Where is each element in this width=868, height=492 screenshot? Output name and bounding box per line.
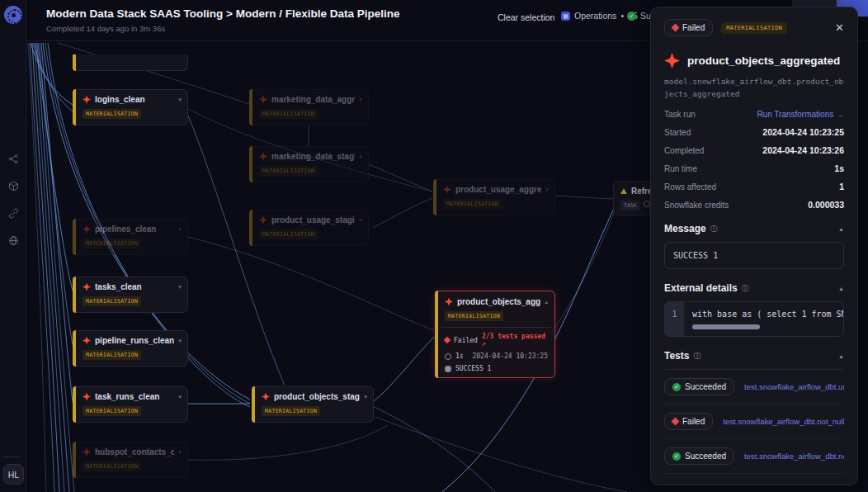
chevron-down-icon[interactable]: ▾	[364, 394, 367, 400]
dbt-icon	[83, 283, 91, 291]
node-card-partial[interactable]	[73, 54, 188, 71]
app-root: HL Modern Data Stack SAAS Tooling > Mode…	[0, 0, 868, 492]
model-path: model.snowflake_airflow_dbt.product_obje…	[664, 76, 844, 100]
successful-label-partial: Su	[640, 11, 651, 21]
node-type-badge: MATERIALISATION	[83, 296, 141, 306]
section-title: External details	[664, 282, 738, 294]
node-type-badge: TASK	[620, 201, 640, 211]
test-link[interactable]: test.snowflake_airflow_dbt.not_null_pr	[723, 417, 844, 426]
chevron-down-icon[interactable]: ▾	[178, 284, 182, 291]
node-label: pipeline_runs_clean	[95, 336, 174, 345]
dbt-icon	[262, 393, 270, 401]
succeeded-check-icon: ✓	[672, 452, 681, 461]
detail-label: Rows affected	[664, 182, 716, 192]
tests-section-heading: Tests ⓘ ▲	[664, 350, 844, 362]
successful-filter[interactable]: ✓ Su	[627, 11, 651, 21]
operations-filter[interactable]: ▦ Operations • 35	[561, 11, 638, 21]
collapse-icon[interactable]: ▲	[838, 353, 844, 359]
node-product-objects-staging[interactable]: product_objects_staging▾ MATERIALISATION	[252, 386, 374, 423]
tests-summary-link[interactable]: 2/3 tests passed ↗	[482, 333, 548, 348]
link-icon[interactable]	[8, 208, 19, 219]
node-hubspot-contacts-clean[interactable]: hubspot_contacts_clean▾ MATERIALISATION	[73, 442, 188, 478]
chevron-down-icon[interactable]: ▾	[359, 217, 362, 224]
detail-value: 0.000033	[808, 200, 844, 210]
detail-row: Rows affected1	[664, 182, 844, 192]
node-label: task_runs_clean	[95, 392, 174, 401]
message-section-heading: Message ⓘ ▲	[664, 223, 844, 234]
node-tasks-clean[interactable]: tasks_clean▾ MATERIALISATION	[73, 277, 188, 313]
node-logins-clean[interactable]: logins_clean▾ MATERIALISATION	[73, 89, 188, 125]
node-label: marketing_data_staging	[271, 152, 355, 161]
node-label: pipelines_clean	[95, 225, 174, 234]
test-status-label: Succeeded	[685, 452, 726, 461]
node-type-badge: MATERIALISATION	[83, 461, 141, 471]
node-type-badge: MATERIALISATION	[259, 109, 318, 119]
chevron-down-icon[interactable]: ▾	[545, 187, 549, 193]
dbt-icon	[259, 153, 267, 161]
node-pipeline-runs-clean[interactable]: pipeline_runs_clean▾ MATERIALISATION	[73, 330, 188, 367]
dbt-icon	[445, 298, 453, 306]
node-type-badge: MATERIALISATION	[259, 166, 318, 176]
node-runtime: 1s	[455, 352, 464, 360]
detail-value: 1	[839, 182, 844, 192]
chevron-down-icon[interactable]: ▾	[178, 449, 182, 456]
chevron-down-icon[interactable]: ▾	[178, 338, 182, 344]
dbt-icon	[83, 448, 91, 457]
details-list: Task runRun Transformations → Started202…	[664, 110, 844, 210]
chevron-down-icon[interactable]: ▾	[359, 97, 362, 103]
task-status-icon	[644, 201, 650, 207]
pipeline-graph-icon[interactable]	[8, 154, 19, 164]
detail-row: Snowflake credits0.000033	[664, 200, 844, 210]
detail-label: Task run	[664, 110, 696, 119]
node-label: marketing_data_aggregated	[271, 95, 355, 104]
run-status-subtitle: Completed 14 days ago in 3m 36s	[46, 24, 165, 33]
node-label: hubspot_contacts_clean	[95, 447, 174, 457]
node-type-badge: MATERIALISATION	[445, 311, 503, 321]
test-link[interactable]: test.snowflake_airflow_dbt.not_null_pr	[744, 452, 844, 461]
close-icon[interactable]: ✕	[835, 21, 844, 34]
node-label: product_objects_staging	[274, 392, 360, 401]
detail-value: 2024-04-24 10:23:25	[762, 127, 844, 137]
node-label: product_usage_staging	[271, 215, 355, 225]
run-transformations-link[interactable]: Run Transformations →	[757, 110, 844, 119]
node-product-objects-aggregated-selected[interactable]: product_objects_aggregated▴ MATERIALISAT…	[435, 291, 555, 378]
node-task-runs-clean[interactable]: task_runs_clean▾ MATERIALISATION	[73, 386, 188, 423]
gear-icon	[445, 366, 451, 372]
status-badge-label: Failed	[682, 23, 705, 32]
info-icon: ⓘ	[710, 224, 718, 234]
globe-icon[interactable]	[8, 235, 19, 246]
chevron-down-icon[interactable]: ▾	[178, 394, 182, 400]
info-icon: ⓘ	[742, 283, 749, 294]
chevron-down-icon[interactable]: ▾	[178, 97, 182, 103]
node-pipelines-clean[interactable]: pipelines_clean▾ MATERIALISATION	[73, 219, 188, 255]
collapse-icon[interactable]: ▲	[838, 286, 844, 291]
test-link[interactable]: test.snowflake_airflow_dbt.unique_pro	[744, 382, 844, 391]
success-check-icon: ✓	[627, 12, 636, 21]
node-marketing-data-staging[interactable]: marketing_data_staging▾ MATERIALISATION	[249, 146, 369, 182]
test-status-label: Succeeded	[685, 382, 726, 391]
cube-icon[interactable]	[8, 181, 19, 192]
collapse-icon[interactable]: ▲	[838, 226, 844, 232]
failed-diamond-icon	[672, 24, 680, 32]
detail-label: Started	[664, 128, 691, 137]
horizontal-scrollbar[interactable]	[692, 324, 760, 329]
materialisation-badge: MATERIALISATION	[721, 22, 787, 34]
operations-label: Operations	[574, 11, 616, 21]
avatar[interactable]: HL	[3, 464, 24, 485]
test-status-badge: ✓Succeeded	[664, 447, 734, 465]
chevron-up-icon[interactable]: ▴	[545, 299, 548, 305]
chevron-down-icon[interactable]: ▾	[359, 154, 362, 160]
chevron-down-icon[interactable]: ▾	[178, 226, 182, 233]
app-logo-icon[interactable]	[4, 6, 22, 24]
node-product-usage-aggregated[interactable]: product_usage_aggregated▾ MATERIALISATIO…	[433, 179, 555, 215]
node-product-usage-staging[interactable]: product_usage_staging▾ MATERIALISATION	[249, 210, 369, 246]
dbt-icon	[83, 225, 91, 234]
failed-diamond-icon	[444, 337, 451, 343]
message-box: SUCCESS 1	[664, 242, 844, 269]
node-marketing-data-aggregated[interactable]: marketing_data_aggregated▾ MATERIALISATI…	[249, 89, 369, 125]
clear-selection-button[interactable]: Clear selection	[498, 12, 554, 22]
panel-title: product_objects_aggregated	[687, 54, 840, 67]
node-label: logins_clean	[95, 95, 174, 104]
node-divider	[439, 327, 551, 328]
page-title: Modern Data Stack SAAS Tooling > Modern …	[46, 7, 399, 20]
